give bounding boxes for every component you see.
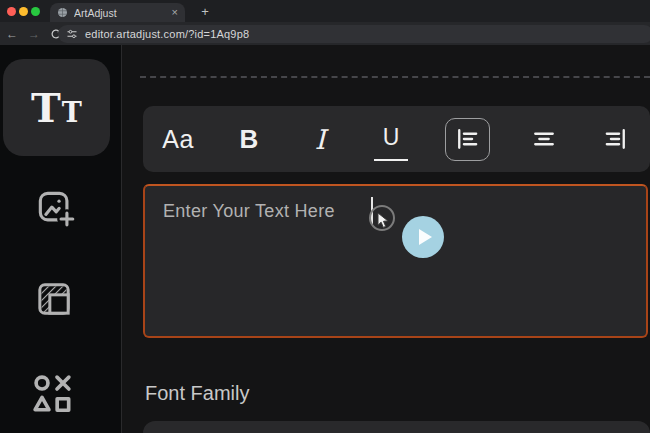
- align-right-button[interactable]: [598, 117, 632, 161]
- italic-button[interactable]: I: [303, 117, 337, 161]
- forward-icon[interactable]: →: [26, 22, 42, 45]
- tab-title: ArtAdjust: [74, 7, 172, 19]
- font-family-label: Font Family: [145, 382, 249, 405]
- text-tool-icon: TT: [31, 88, 82, 128]
- tab-close-icon[interactable]: ×: [172, 7, 178, 18]
- sidebar-item-add-image[interactable]: [33, 186, 77, 230]
- traffic-light-zoom[interactable]: [31, 7, 40, 16]
- traffic-light-minimize[interactable]: [19, 7, 28, 16]
- url-address-bar[interactable]: editor.artadjust.com/?id=1Aq9p8: [58, 25, 650, 43]
- frame-template-icon: [34, 279, 74, 319]
- tab-favicon: [57, 7, 68, 18]
- underline-button[interactable]: U: [374, 117, 408, 161]
- mouse-cursor-icon: [377, 212, 390, 233]
- url-text: editor.artadjust.com/?id=1Aq9p8: [85, 28, 249, 40]
- align-right-icon: [601, 125, 629, 153]
- sidebar-item-frames[interactable]: [34, 279, 74, 319]
- sidebar-item-shapes[interactable]: [29, 371, 75, 417]
- site-settings-icon[interactable]: [66, 28, 78, 40]
- add-image-icon: [33, 186, 77, 230]
- shapes-icon: [29, 371, 75, 417]
- align-center-icon: [530, 125, 558, 153]
- app-window: ArtAdjust × + ← → editor.artadjust.com/?…: [0, 0, 650, 433]
- browser-toolbar: ← → editor.artadjust.com/?id=1Aq9p8: [0, 22, 650, 45]
- align-left-icon: [454, 125, 482, 153]
- sidebar-item-text-tool[interactable]: TT: [3, 59, 110, 156]
- browser-tab-artadjust[interactable]: ArtAdjust ×: [50, 3, 185, 22]
- font-case-button[interactable]: Aa: [161, 117, 195, 161]
- font-family-dropdown[interactable]: [143, 421, 650, 433]
- text-format-toolbar: Aa B I U: [143, 106, 650, 172]
- text-input-placeholder: Enter Your Text Here: [163, 201, 335, 222]
- back-icon[interactable]: ←: [4, 22, 20, 45]
- panel-divider: [140, 76, 650, 78]
- browser-tabstrip: ArtAdjust × +: [0, 0, 650, 22]
- play-icon: [419, 229, 432, 245]
- align-center-button[interactable]: [527, 117, 561, 161]
- sidebar-divider: [121, 45, 122, 433]
- bold-button[interactable]: B: [232, 117, 266, 161]
- play-button[interactable]: [402, 216, 444, 258]
- traffic-light-close[interactable]: [7, 7, 16, 16]
- new-tab-button[interactable]: +: [196, 2, 214, 20]
- align-left-button[interactable]: [445, 118, 490, 161]
